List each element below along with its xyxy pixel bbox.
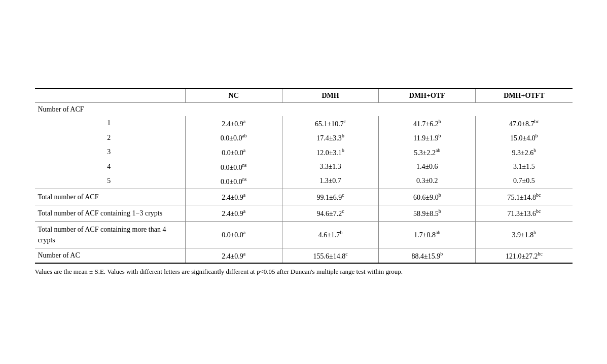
header-row: NC DMH DMH+OTF DMH+OTFT xyxy=(35,89,573,103)
table-row: Number of ACF xyxy=(35,102,573,116)
table-row: 50.0±0.0ns1.3±0.70.3±0.20.7±0.5 xyxy=(35,174,573,189)
cell-value: 75.1±14.8bc xyxy=(476,189,573,205)
data-table: NC DMH DMH+OTF DMH+OTFT Number of ACF12.… xyxy=(35,88,573,264)
row-label: 4 xyxy=(35,160,186,174)
table-row: Total number of ACF containing 1−3 crypt… xyxy=(35,205,573,221)
table-row: 30.0±0.0a12.0±3.1b5.3±2.2ab9.3±2.6b xyxy=(35,145,573,160)
cell-value: 2.4±0.9a xyxy=(185,189,282,205)
cell-value: 11.9±1.9b xyxy=(379,130,476,145)
table-row: 40.0±0.0ns3.3±1.31.4±0.63.1±1.5 xyxy=(35,160,573,174)
col-header-dmhotft: DMH+OTFT xyxy=(476,89,573,103)
row-label: 5 xyxy=(35,174,186,189)
cell-value: 12.0±3.1b xyxy=(282,145,379,160)
cell-value: 71.3±13.6bc xyxy=(476,205,573,221)
table-row: Total number of ACF containing more than… xyxy=(35,221,573,248)
table-row: Total number of ACF2.4±0.9a99.1±6.9c60.6… xyxy=(35,189,573,205)
cell-value: 2.4±0.9a xyxy=(185,248,282,263)
cell-value: 4.6±1.7b xyxy=(282,221,379,248)
cell-value: 155.6±14.8c xyxy=(282,248,379,263)
row-label: 2 xyxy=(35,130,186,145)
cell-value: 121.0±27.2bc xyxy=(476,248,573,263)
cell-value: 5.3±2.2ab xyxy=(379,145,476,160)
row-label: 3 xyxy=(35,145,186,160)
cell-value: 2.4±0.9a xyxy=(185,116,282,131)
cell-value: 0.0±0.0a xyxy=(185,221,282,248)
table-row: 20.0±0.0ab17.4±3.3b11.9±1.9b15.0±4.0b xyxy=(35,130,573,145)
cell-value: 88.4±15.9b xyxy=(379,248,476,263)
cell-value: 60.6±9.0b xyxy=(379,189,476,205)
cell-value: 0.3±0.2 xyxy=(379,174,476,189)
cell-value: 1.3±0.7 xyxy=(282,174,379,189)
main-container: NC DMH DMH+OTF DMH+OTFT Number of ACF12.… xyxy=(25,78,583,286)
cell-value: 0.7±0.5 xyxy=(476,174,573,189)
cell-value: 41.7±6.2b xyxy=(379,116,476,131)
cell-value: 94.6±7.2c xyxy=(282,205,379,221)
footnote-text: Values are the mean ± S.E. Values with d… xyxy=(35,268,573,276)
cell-value: 1.7±0.8ab xyxy=(379,221,476,248)
section-header-label: Number of ACF xyxy=(35,102,573,116)
row-label-multiline: Total number of ACF xyxy=(35,189,186,205)
row-label-multiline: Total number of ACF containing 1−3 crypt… xyxy=(35,205,186,221)
cell-value: 9.3±2.6b xyxy=(476,145,573,160)
cell-value: 0.0±0.0a xyxy=(185,145,282,160)
cell-value: 99.1±6.9c xyxy=(282,189,379,205)
row-label: 1 xyxy=(35,116,186,131)
cell-value: 0.0±0.0ab xyxy=(185,130,282,145)
col-header-nc: NC xyxy=(185,89,282,103)
cell-value: 0.0±0.0ns xyxy=(185,174,282,189)
row-label: Number of AC xyxy=(35,248,186,263)
cell-value: 15.0±4.0b xyxy=(476,130,573,145)
cell-value: 17.4±3.3b xyxy=(282,130,379,145)
cell-value: 65.1±10.7c xyxy=(282,116,379,131)
col-header-dmhotf: DMH+OTF xyxy=(379,89,476,103)
row-label-multiline: Total number of ACF containing more than… xyxy=(35,221,186,248)
cell-value: 1.4±0.6 xyxy=(379,160,476,174)
cell-value: 0.0±0.0ns xyxy=(185,160,282,174)
cell-value: 3.3±1.3 xyxy=(282,160,379,174)
cell-value: 2.4±0.9a xyxy=(185,205,282,221)
table-row: 12.4±0.9a65.1±10.7c41.7±6.2b47.0±8.7bc xyxy=(35,116,573,131)
cell-value: 58.9±8.5b xyxy=(379,205,476,221)
cell-value: 3.1±1.5 xyxy=(476,160,573,174)
table-row: Number of AC2.4±0.9a155.6±14.8c88.4±15.9… xyxy=(35,248,573,263)
cell-value: 3.9±1.8b xyxy=(476,221,573,248)
cell-value: 47.0±8.7bc xyxy=(476,116,573,131)
col-header-dmh: DMH xyxy=(282,89,379,103)
col-header-empty xyxy=(35,89,186,103)
